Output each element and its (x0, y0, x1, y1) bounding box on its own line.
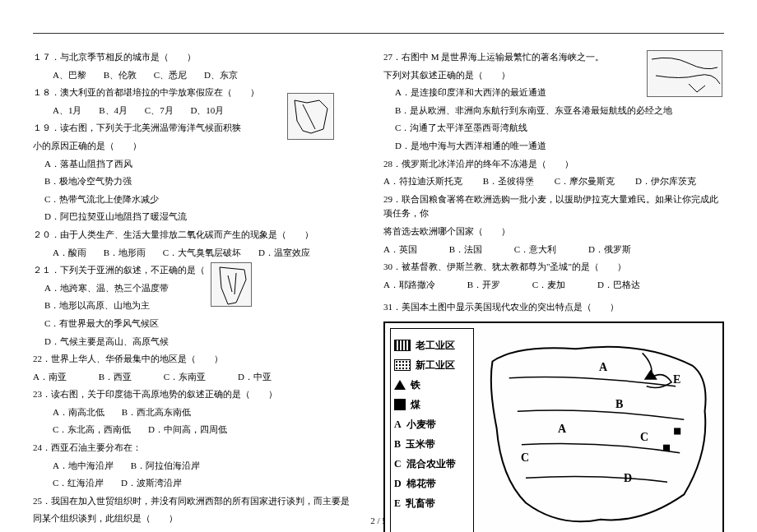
opt-20c: C．大气臭氧层破坏 (163, 246, 241, 261)
opt-17a: A、巴黎 (53, 68, 86, 83)
map-area: A E B A C C D (476, 328, 718, 532)
opt-21c: C．有世界最大的季风气候区 (33, 317, 351, 331)
question-24: 24．西亚石油主要分布在： (33, 441, 351, 456)
opt-19b: B．极地冷空气势力强 (33, 174, 351, 189)
opt-24b: B．阿拉伯海沿岸 (131, 459, 200, 474)
legend-letter-D: D (394, 474, 402, 493)
opt-28d: D．伊尔库茨克 (635, 174, 696, 189)
usa-map-figure: 老工业区 新工业区 铁 煤 A小麦带 B玉米带 C混合农业带 D棉花带 E乳畜带 (383, 322, 724, 532)
opt-29c: C．意大利 (514, 243, 556, 257)
legend-l2: 新工业区 (416, 355, 455, 375)
legend-letter-A: A (394, 414, 402, 434)
page-content: １７．与北京季节相反的城市是（ ） A、巴黎 B、伦敦 C、悉尼 D、东京 １８… (33, 33, 724, 511)
question-24-options-row2: C．红海沿岸 D．波斯湾沿岸 (33, 476, 351, 491)
question-20-options: A．酸雨 B．地形雨 C．大气臭氧层破坏 D．温室效应 (33, 246, 351, 261)
opt-19d: D．阿巴拉契亚山地阻挡了暖湿气流 (33, 210, 351, 224)
legend-l3: 铁 (411, 375, 420, 395)
opt-24d: D．波斯湾沿岸 (121, 476, 182, 491)
north-america-map-icon (287, 93, 334, 140)
opt-29b: B．法国 (449, 243, 482, 257)
legend-symbol-old-industry (394, 340, 411, 351)
opt-27b: B．是从欧洲、非洲向东航行到东南亚、东亚各港最短航线的必经之地 (383, 104, 724, 118)
opt-30c: C．麦加 (532, 278, 565, 293)
svg-rect-0 (674, 428, 680, 434)
opt-21b: B．地形以高原、山地为主 (33, 298, 351, 313)
india-map-icon (211, 262, 252, 307)
opt-30d: D．巴格达 (597, 278, 640, 293)
opt-23b: B．西北高东南低 (122, 405, 191, 420)
map-label-C-1: C (640, 431, 648, 444)
strait-map-icon (647, 50, 722, 97)
opt-23c: C．东北高，西南低 (53, 423, 131, 437)
legend-symbol-iron (394, 380, 406, 390)
opt-18d: D、10月 (190, 104, 224, 118)
map-legend: 老工业区 新工业区 铁 煤 A小麦带 B玉米带 C混合农业带 D棉花带 E乳畜带 (390, 328, 474, 532)
question-23: 23．读右图，关于印度德干高原地势的叙述正确的是（ ） (33, 387, 351, 402)
opt-18a: A、1月 (53, 104, 81, 118)
opt-22d: D．中亚 (238, 370, 272, 385)
question-25-line1: 25．我国在加入世贸组织时，并没有同欧洲西部的所有国家进行谈判，而主要是 (33, 494, 351, 509)
opt-24c: C．红海沿岸 (53, 476, 104, 491)
opt-19a: A．落基山阻挡了西风 (33, 157, 351, 172)
opt-27d: D．是地中海与大西洋相通的唯一通道 (383, 139, 724, 154)
question-21: ２１．下列关于亚洲的叙述，不正确的是（ ） (33, 263, 351, 278)
opt-29d: D．俄罗斯 (588, 243, 631, 257)
opt-20b: B．地形雨 (104, 246, 146, 261)
map-label-A-2: A (558, 423, 566, 436)
question-29-line2: 将首选去欧洲哪个国家（ ） (383, 224, 724, 239)
opt-22b: B．西亚 (99, 370, 132, 385)
map-label-C-2: C (521, 451, 529, 465)
question-29-options: A．英国 B．法国 C．意大利 D．俄罗斯 (383, 243, 724, 257)
map-label-D: D (624, 472, 632, 485)
opt-17c: C、悉尼 (154, 68, 187, 83)
legend-l6: 玉米带 (406, 434, 435, 454)
opt-22c: C．东南亚 (164, 370, 206, 385)
opt-19c: C．热带气流北上使降水减少 (33, 192, 351, 207)
legend-symbol-new-industry (394, 359, 411, 371)
legend-letter-B: B (394, 434, 401, 454)
legend-l8: 棉花带 (406, 474, 436, 493)
opt-22a: A．南亚 (33, 370, 67, 385)
opt-23d: D．中间高，四周低 (148, 423, 227, 437)
legend-l7: 混合农业带 (406, 454, 456, 474)
question-30: 30．被基督教、伊斯兰教、犹太教都尊为"圣城"的是（ ） (383, 260, 724, 275)
opt-21a: A．地跨寒、温、热三个温度带 (33, 281, 351, 296)
legend-l5: 小麦带 (406, 414, 436, 434)
question-22-options: A．南亚 B．西亚 C．东南亚 D．中亚 (33, 370, 351, 385)
legend-l4: 煤 (411, 395, 420, 414)
question-28: 28．俄罗斯北冰洋沿岸的终年不冻港是（ ） (383, 157, 724, 172)
legend-l1: 老工业区 (416, 335, 455, 355)
map-label-B: B (615, 398, 623, 411)
question-30-options: A．耶路撒冷 B．开罗 C．麦加 D．巴格达 (383, 278, 724, 293)
question-31: 31．美国本土图中显示美国现代农业的突出特点是（ ） (383, 300, 724, 315)
question-24-options-row1: A．地中海沿岸 B．阿拉伯海沿岸 (33, 459, 351, 474)
question-19-line2: 小的原因正确的是（ ） (33, 139, 351, 154)
question-25-line2: 同某个组织谈判，此组织是（ ） (33, 511, 351, 526)
right-column: 27．右图中 M 是世界海上运输最繁忙的著名海峡之一。 下列对其叙述正确的是（ … (383, 50, 724, 511)
svg-rect-1 (663, 445, 670, 451)
usa-outline-icon (476, 328, 718, 532)
opt-28b: B．圣彼得堡 (483, 174, 534, 189)
map-label-A-1: A (599, 361, 607, 374)
opt-18c: C、7月 (145, 104, 174, 118)
legend-letter-C: C (394, 454, 402, 474)
opt-17d: D、东京 (204, 68, 238, 83)
opt-24a: A．地中海沿岸 (53, 459, 114, 474)
opt-30b: B．开罗 (467, 278, 500, 293)
question-17: １７．与北京季节相反的城市是（ ） (33, 50, 351, 65)
opt-30a: A．耶路撒冷 (383, 278, 435, 293)
question-29-line1: 29．联合国粮食署将在欧洲选购一批小麦，以援助伊拉克大量难民。如果让你完成此项任… (383, 192, 724, 221)
opt-28c: C．摩尔曼斯克 (555, 174, 615, 189)
opt-20d: D．温室效应 (258, 246, 310, 261)
opt-18b: B、4月 (99, 104, 128, 118)
opt-29a: A．英国 (383, 243, 417, 257)
question-23-options-row2: C．东北高，西南低 D．中间高，四周低 (33, 423, 351, 437)
opt-17b: B、伦敦 (104, 68, 137, 83)
legend-letter-E: E (394, 493, 401, 513)
question-17-options: A、巴黎 B、伦敦 C、悉尼 D、东京 (33, 68, 351, 83)
left-column: １７．与北京季节相反的城市是（ ） A、巴黎 B、伦敦 C、悉尼 D、东京 １８… (33, 50, 351, 511)
question-28-options: A．符拉迪沃斯托克 B．圣彼得堡 C．摩尔曼斯克 D．伊尔库茨克 (383, 174, 724, 189)
opt-23a: A．南高北低 (53, 405, 104, 420)
legend-symbol-coal (394, 399, 406, 410)
question-20: ２０．由于人类生产、生活大量排放二氧化碳而产生的现象是（ ） (33, 228, 351, 243)
